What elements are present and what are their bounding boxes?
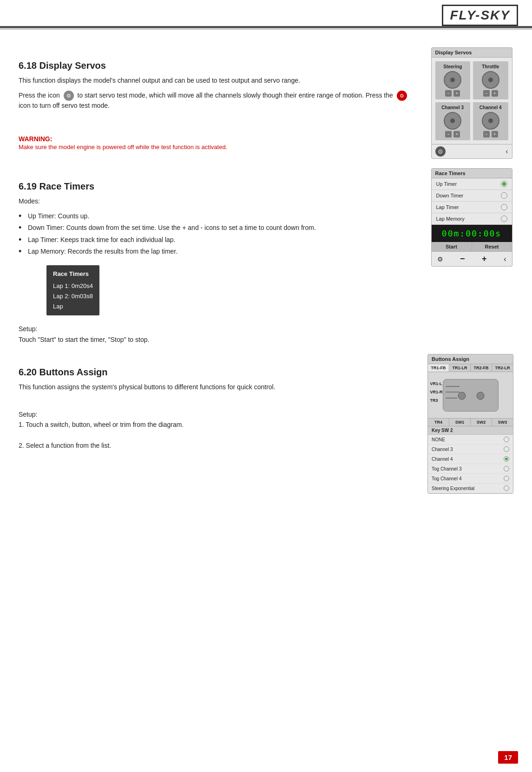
section-620-para1: This function assigns the system's physi… [19, 382, 414, 393]
option-tog-ch4[interactable]: Tog Channel 4 [428, 474, 513, 484]
steering-minus-btn[interactable]: − [445, 90, 452, 97]
option-steering-exp[interactable]: Steering Exponential [428, 484, 513, 493]
start-button[interactable]: Start [432, 242, 472, 251]
tab-tr2lr[interactable]: TR2-LR [492, 364, 513, 372]
tab-sw3[interactable]: SW3 [492, 419, 513, 426]
radio-ch4[interactable] [504, 456, 509, 462]
controller-body: VR1-L VR1-R TR3 [443, 379, 499, 412]
flysky-logo: FLY-SKY [442, 5, 518, 26]
tab-tr2fb[interactable]: TR2-FB [471, 364, 492, 372]
throttle-plus-btn[interactable]: + [492, 90, 498, 97]
buttons-assign-header: Buttons Assign [428, 354, 513, 364]
warning-block: WARNING: Make sure the model engine is p… [19, 135, 416, 150]
tab-sw1[interactable]: SW1 [449, 419, 471, 426]
bullets-list: • Up Timer: Counts up. • Down Timer: Cou… [19, 211, 416, 257]
setup-text-619: Touch "Start" to start the timer, "Stop"… [19, 336, 149, 343]
section-618-screenshot: Display Servos Steering − + Throttle [430, 47, 513, 159]
down-timer-label: Down Timer [436, 193, 464, 198]
tab-sw2[interactable]: SW2 [471, 419, 492, 426]
warning-text: Make sure the model engine is powered of… [19, 144, 416, 150]
option-tog-ch3[interactable]: Tog Channel 3 [428, 464, 513, 474]
radio-none[interactable] [504, 437, 509, 442]
steering-servo-cell: Steering − + [435, 61, 471, 99]
throttle-controls: − + [483, 90, 498, 97]
timer-buttons: Start Reset [432, 242, 512, 252]
reset-button[interactable]: Reset [472, 242, 512, 251]
controller-diagram: VR1-L VR1-R TR3 [428, 372, 513, 419]
svg-point-4 [477, 392, 484, 399]
ch4-label: Channel 4 [479, 105, 502, 110]
throttle-servo-cell: Throttle − + [473, 61, 508, 99]
tab-tr4[interactable]: TR4 [428, 419, 449, 426]
svg-point-3 [458, 392, 466, 399]
down-timer-row[interactable]: Down Timer [432, 190, 512, 202]
option-ch4[interactable]: Channel 4 [428, 454, 513, 464]
vr1r-label: VR1-R [430, 390, 443, 394]
warning-label: WARNING: [19, 135, 416, 143]
ch3-dial [444, 112, 461, 130]
back-arrow-icon[interactable]: ‹ [506, 147, 508, 156]
radio-steering-exp[interactable] [504, 485, 509, 491]
radio-tog-ch3[interactable] [504, 466, 509, 471]
section-619-text: 6.19 Race Timers Modes: • Up Timer: Coun… [19, 168, 416, 345]
option-ch3[interactable]: Channel 3 [428, 445, 513, 454]
servos-bottom-bar: ⚙ ‹ [432, 144, 512, 158]
ch4-dial [482, 112, 499, 130]
throttle-minus-btn[interactable]: − [483, 90, 490, 97]
tab-tr1fb[interactable]: TR1-FB [428, 364, 449, 372]
ch3-controls: − + [445, 131, 460, 137]
section-620: 6.20 Buttons Assign This function assign… [19, 354, 513, 494]
ba-bottom-tabs: TR4 SW1 SW2 SW3 [428, 419, 513, 426]
lap2-line: Lap 2: 0m03s8 [53, 291, 93, 301]
section-618-para2: Press the icon ⚙ to start servo test mod… [19, 91, 416, 111]
setup-step2: 2. Select a function from the list. [19, 440, 414, 451]
bullet-lap-memory: • Lap Memory: Records the results from t… [19, 247, 416, 257]
ch4-servo-cell: Channel 4 − + [473, 102, 508, 140]
ch4-minus-btn[interactable]: − [483, 131, 490, 137]
section-619-screenshot: Race Timers Up Timer Down Timer Lap Time… [430, 168, 513, 267]
section-619-title: 6.19 Race Timers [19, 181, 416, 192]
lap-memory-label: Lap Memory [436, 216, 465, 222]
lap-timer-row[interactable]: Lap Timer [432, 202, 512, 213]
ch3-minus-btn[interactable]: − [445, 131, 452, 137]
gear-icon[interactable]: ⚙ [435, 146, 446, 157]
ch3-plus-btn[interactable]: + [453, 131, 460, 137]
plus-icon[interactable]: + [482, 254, 487, 264]
race-timers-box-title: Race Timers [53, 269, 93, 279]
lap1-line: Lap 1: 0m20s4 [53, 281, 93, 291]
up-timer-radio[interactable] [501, 181, 507, 187]
setup-label-619: Setup: [19, 325, 37, 333]
up-timer-row[interactable]: Up Timer [432, 178, 512, 190]
option-none[interactable]: NONE [428, 435, 513, 445]
lap-memory-row[interactable]: Lap Memory [432, 213, 512, 225]
section-618-title: 6.18 Display Servos [19, 60, 416, 71]
down-timer-radio[interactable] [501, 192, 507, 199]
setup-step1: 1. Touch a switch, button, wheel or trim… [19, 419, 414, 430]
lap-timer-label: Lap Timer [436, 204, 459, 210]
display-servos-screen: Display Servos Steering − + Throttle [431, 47, 512, 159]
lap-memory-radio[interactable] [501, 216, 507, 222]
tr3-label: TR3 [430, 398, 438, 403]
back-icon[interactable]: ‹ [504, 255, 506, 263]
page-header: FLY-SKY [0, 0, 532, 27]
servo-stop-icon: ⚙ [397, 91, 407, 101]
section-618-text: 6.18 Display Servos This function displa… [19, 47, 416, 150]
bullet-lap-timer: • Lap Timer: Keeps track time for each i… [19, 235, 416, 245]
steering-label: Steering [443, 64, 462, 69]
radio-tog-ch4[interactable] [504, 476, 509, 481]
section-620-screenshot: Buttons Assign TR1-FB TR1-LR TR2-FB TR2-… [427, 354, 513, 494]
minus-icon[interactable]: − [460, 254, 465, 264]
radio-ch3[interactable] [504, 446, 509, 452]
time-display: 00m:00:00s [432, 225, 512, 242]
settings-icon[interactable]: ⚙ [437, 255, 443, 263]
lap-line: Lap [53, 301, 93, 312]
ch4-plus-btn[interactable]: + [492, 131, 498, 137]
section-619: 6.19 Race Timers Modes: • Up Timer: Coun… [19, 168, 513, 345]
steering-plus-btn[interactable]: + [453, 90, 460, 97]
throttle-label: Throttle [482, 64, 499, 69]
steering-dial [444, 71, 461, 89]
race-timers-screen: Race Timers Up Timer Down Timer Lap Time… [431, 168, 512, 267]
tab-tr1lr[interactable]: TR1-LR [449, 364, 471, 372]
section-620-title: 6.20 Buttons Assign [19, 367, 414, 378]
lap-timer-radio[interactable] [501, 204, 507, 210]
